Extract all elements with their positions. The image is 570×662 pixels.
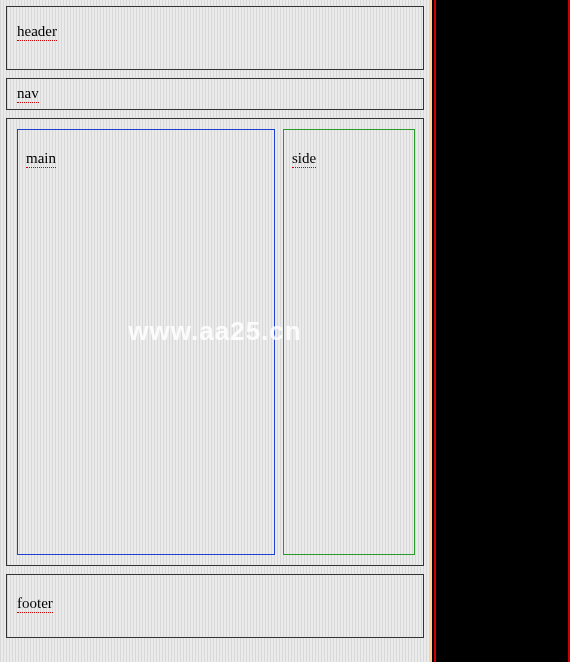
nav-region: nav: [6, 78, 424, 110]
main-label: main: [26, 150, 56, 168]
header-label: header: [17, 23, 57, 41]
content-region: main side: [6, 118, 424, 566]
side-label: side: [292, 150, 316, 168]
footer-label: footer: [17, 595, 53, 613]
page-container: header nav main side footer www.aa25.cn: [0, 0, 432, 662]
header-region: header: [6, 6, 424, 70]
right-red-strip: [434, 0, 570, 662]
nav-label: nav: [17, 85, 39, 103]
footer-region: footer: [6, 574, 424, 638]
main-region: main: [17, 129, 275, 555]
side-region: side: [283, 129, 415, 555]
